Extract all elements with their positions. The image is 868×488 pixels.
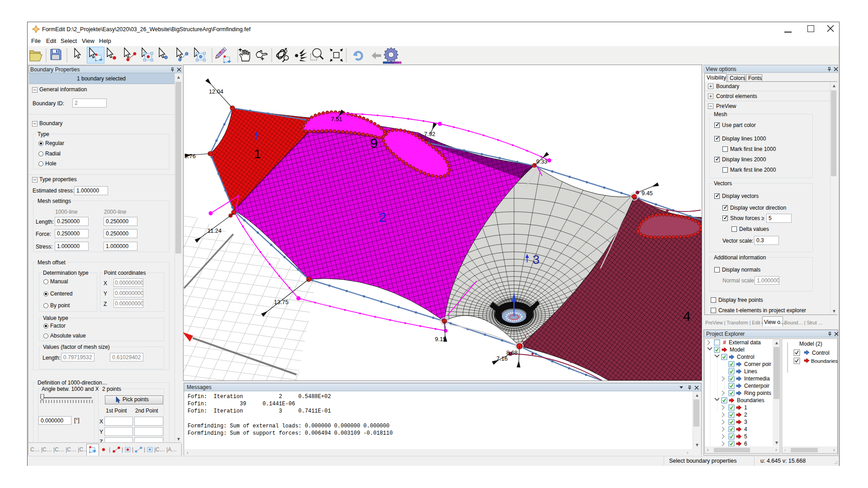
svg-text:6: 6 bbox=[744, 441, 747, 446]
svg-text:1: 1 bbox=[254, 147, 261, 161]
svg-text:|C… |A…: |C… |A… bbox=[154, 446, 177, 453]
svg-text:9: 9 bbox=[370, 136, 378, 150]
svg-text:7.51: 7.51 bbox=[331, 116, 342, 122]
svg-text:4: 4 bbox=[683, 309, 691, 324]
svg-text:Lines: Lines bbox=[744, 368, 757, 375]
svg-text:Boundaries: Boundaries bbox=[737, 397, 764, 404]
svg-text:Control: Control bbox=[737, 354, 755, 360]
svg-text:2: 2 bbox=[379, 210, 387, 225]
svg-text:7.92: 7.92 bbox=[424, 131, 435, 137]
svg-text:9.15: 9.15 bbox=[435, 336, 446, 343]
svg-text:3: 3 bbox=[744, 419, 747, 425]
svg-text:9.33: 9.33 bbox=[536, 158, 547, 165]
svg-text:|: | bbox=[109, 446, 110, 453]
svg-text:9.45: 9.45 bbox=[642, 190, 653, 197]
svg-text:12.04: 12.04 bbox=[209, 88, 223, 95]
svg-text:2: 2 bbox=[744, 412, 747, 418]
svg-text:|: | bbox=[122, 446, 123, 453]
svg-text:|: | bbox=[132, 446, 133, 453]
svg-text:Boundaries: Boundaries bbox=[811, 358, 838, 364]
svg-text:8.76: 8.76 bbox=[184, 153, 196, 160]
svg-text:Corner poir: Corner poir bbox=[744, 361, 771, 367]
svg-text:3: 3 bbox=[533, 253, 540, 267]
svg-text:5: 5 bbox=[744, 433, 747, 440]
svg-text:Intermedia: Intermedia bbox=[744, 375, 770, 382]
svg-text:Control: Control bbox=[812, 350, 830, 356]
svg-text:Model: Model bbox=[730, 347, 745, 353]
svg-text:1: 1 bbox=[744, 404, 747, 411]
svg-text:8.68: 8.68 bbox=[506, 349, 518, 356]
svg-text:#: # bbox=[723, 339, 726, 346]
svg-text:|: | bbox=[144, 446, 145, 453]
svg-text:13.75: 13.75 bbox=[274, 299, 288, 305]
svg-text:Model (2): Model (2) bbox=[799, 341, 822, 347]
svg-text:Centerpoir: Centerpoir bbox=[744, 383, 769, 389]
svg-text:Ring points: Ring points bbox=[744, 390, 771, 396]
svg-text:4: 4 bbox=[744, 426, 747, 432]
svg-text:7.16: 7.16 bbox=[496, 355, 508, 362]
svg-text:External data: External data bbox=[729, 339, 761, 346]
svg-text:11.24: 11.24 bbox=[208, 227, 222, 234]
